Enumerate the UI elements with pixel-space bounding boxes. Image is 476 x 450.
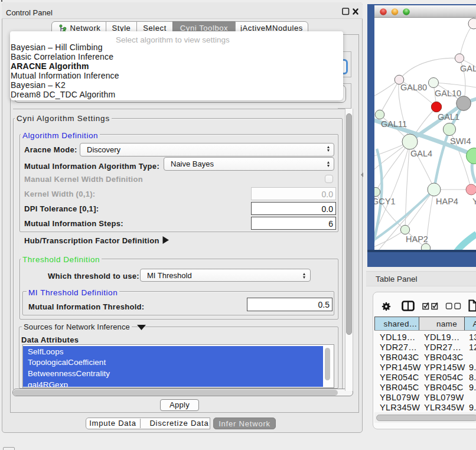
svg-text:GAL1: GAL1 [438,112,459,122]
svg-text:GCY1: GCY1 [374,197,396,206]
svg-text:GAL11: GAL11 [381,119,407,129]
svg-text:GAL80: GAL80 [400,83,427,92]
svg-text:GAL7: GAL7 [460,64,476,73]
svg-text:GAL10: GAL10 [435,89,461,98]
svg-text:SWI4: SWI4 [450,136,471,146]
svg-text:HAP2: HAP2 [406,234,428,244]
svg-text:Y: Y [472,197,476,206]
svg-text:HAP4: HAP4 [436,197,458,206]
svg-text:GAL4: GAL4 [410,149,432,158]
